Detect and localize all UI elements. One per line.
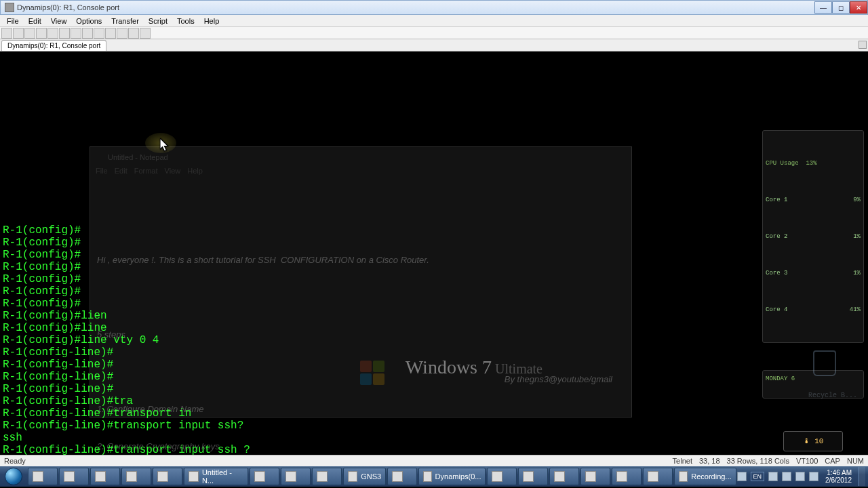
taskbar-button-label: GNS3 (361, 472, 381, 481)
taskbar-app-icon (348, 471, 357, 482)
toolbar-button[interactable] (128, 28, 139, 39)
status-emulation: VT100 (796, 457, 818, 465)
taskbar-button[interactable] (281, 468, 311, 485)
terminal-line: R-1(config-line)#transport in (3, 407, 865, 420)
menu-help[interactable]: Help (200, 16, 224, 26)
status-position: 33, 18 (699, 457, 720, 465)
menu-script[interactable]: Script (144, 16, 172, 26)
terminal[interactable]: Untitled - Notepad File Edit Format View… (0, 52, 868, 455)
taskbar-app-icon (285, 471, 296, 482)
taskbar-button-label: Dynamips(0... (435, 472, 481, 481)
taskbar-button-label: Recording... (691, 472, 731, 481)
taskbar-app-icon (317, 471, 328, 482)
session-tab[interactable]: Dynamips(0): R1, Console port (1, 40, 106, 51)
tab-strip: Dynamips(0): R1, Console port (0, 39, 868, 52)
status-dimensions: 33 Rows, 118 Cols (727, 457, 789, 465)
taskbar-button[interactable] (312, 468, 342, 485)
terminal-line: R-1(config-line)# (3, 346, 865, 359)
clock-date: 2/6/2012 (825, 476, 852, 484)
taskbar-button[interactable] (580, 468, 610, 485)
terminal-line: R-1(config)#line vty 0 4 (3, 334, 865, 346)
toolbar-button[interactable] (59, 28, 70, 39)
tray-icon[interactable] (782, 472, 791, 481)
toolbar-button[interactable] (1, 28, 12, 39)
taskbar: Untitled - N...GNS3Dynamips(0...Recordin… (0, 466, 868, 487)
toolbar-button[interactable] (140, 28, 151, 39)
taskbar-app-icon (648, 471, 658, 482)
menu-edit[interactable]: Edit (24, 16, 45, 26)
notepad-menu-item: Edit (115, 165, 127, 177)
minimize-button[interactable]: — (814, 1, 832, 14)
taskbar-button[interactable] (250, 468, 279, 485)
window-title: Dynamips(0): R1, Console port (1, 3, 119, 12)
toolbar-button[interactable] (36, 28, 47, 39)
tray-icon[interactable] (809, 472, 818, 481)
toolbar-button[interactable] (47, 28, 58, 39)
terminal-line: R-1(config)#line (3, 322, 865, 334)
window-title-text: Dynamips(0): R1, Console port (17, 3, 119, 12)
taskbar-button[interactable] (387, 468, 417, 485)
menu-bar: File Edit View Options Transfer Script T… (0, 15, 868, 27)
cpu-core-pct: 9% (853, 194, 861, 206)
toolbar-button[interactable] (94, 28, 104, 39)
app-icon (5, 3, 14, 12)
cpu-core-name: Core 1 (766, 194, 787, 206)
menu-transfer[interactable]: Transfer (107, 16, 143, 26)
notepad-menu-item: View (165, 165, 181, 177)
cpu-gadget-title: CPU Usage 13% (766, 157, 861, 169)
taskbar-button[interactable] (487, 468, 517, 485)
taskbar-button[interactable]: Dynamips(0... (418, 468, 486, 485)
taskbar-app-icon (523, 471, 534, 482)
menu-tools[interactable]: Tools (173, 16, 199, 26)
window-buttons: — ◻ ✕ (814, 1, 867, 14)
menu-options[interactable]: Options (72, 16, 106, 26)
toolbar-button[interactable] (24, 28, 35, 39)
toolbar-button[interactable] (117, 28, 127, 39)
clock-time: 1:46 AM (825, 469, 852, 476)
terminal-line: R-1(config-line)# (3, 383, 865, 395)
status-bar: Ready Telnet 33, 18 33 Rows, 118 Cols VT… (0, 455, 868, 466)
show-desktop-button[interactable] (859, 467, 865, 486)
taskbar-button[interactable] (612, 468, 642, 485)
terminal-line: R-1(config-line)# (3, 371, 865, 383)
menu-file[interactable]: File (3, 16, 23, 26)
taskbar-app-icon (616, 471, 627, 482)
toolbar-button[interactable] (82, 28, 93, 39)
tab-scroll-button[interactable] (859, 41, 867, 49)
toolbar-button[interactable] (71, 28, 81, 39)
taskbar-button[interactable] (153, 468, 182, 485)
terminal-line: R-1(config)# (3, 273, 865, 285)
language-indicator[interactable]: EN (751, 472, 765, 481)
notepad-menu-item: Help (187, 165, 203, 177)
taskbar-button[interactable]: Untitled - N... (184, 468, 249, 485)
maximize-button[interactable]: ◻ (832, 1, 850, 14)
toolbar-button[interactable] (105, 28, 116, 39)
terminal-line: R-1(config-line)#transport input ssh ? (3, 444, 865, 455)
taskbar-button[interactable] (59, 468, 89, 485)
taskbar-app-icon (33, 471, 43, 482)
menu-view[interactable]: View (47, 16, 71, 26)
notepad-menu: File Edit Format View Help (96, 165, 203, 177)
taskbar-button[interactable] (643, 468, 673, 485)
toolbar-button[interactable] (13, 28, 24, 39)
close-button[interactable]: ✕ (850, 1, 867, 14)
taskbar-button[interactable] (121, 468, 151, 485)
taskbar-clock[interactable]: 1:46 AM 2/6/2012 (823, 469, 854, 484)
tray-icon[interactable] (768, 472, 778, 481)
start-orb-icon (5, 468, 22, 485)
taskbar-button[interactable]: Recording... (674, 468, 736, 485)
tray-icon[interactable] (795, 472, 805, 481)
start-button[interactable] (0, 466, 27, 487)
terminal-line: R-1(config)# (3, 298, 865, 310)
taskbar-button[interactable] (518, 468, 548, 485)
taskbar-app-icon (254, 471, 265, 482)
status-caps: CAP (825, 457, 840, 465)
taskbar-app-icon (189, 471, 199, 482)
taskbar-button[interactable] (28, 468, 58, 485)
tray-icon[interactable] (737, 472, 747, 481)
terminal-line: R-1(config-line)#tra (3, 395, 865, 407)
taskbar-button[interactable]: GNS3 (343, 468, 386, 485)
taskbar-button[interactable] (549, 468, 579, 485)
taskbar-button[interactable] (90, 468, 120, 485)
taskbar-app-icon (157, 471, 168, 482)
